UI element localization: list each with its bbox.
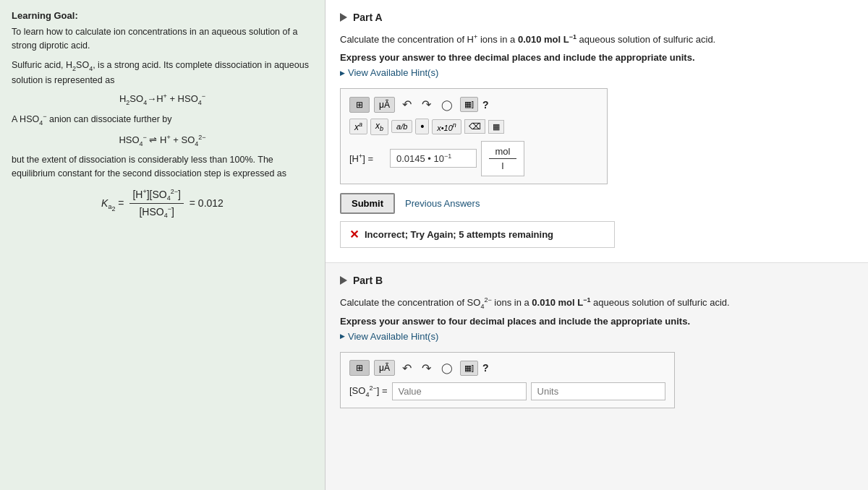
equation-1: H2SO4→H+ + HSO4− — [12, 93, 313, 106]
submit-btn-a[interactable]: Submit — [340, 193, 395, 214]
sulfuric-intro: Sulfuric acid, H2SO4, is a strong acid. … — [12, 59, 313, 87]
part-a-question: Calculate the concentration of H+ ions i… — [340, 32, 854, 48]
part-b-value-input[interactable] — [392, 382, 527, 400]
part-a-math-toolbar: xa xb a/b • x•10n ⌫ ▦ — [349, 119, 598, 134]
error-text-a: Incorrect; Try Again; 5 attempts remaini… — [365, 229, 553, 240]
units-numerator-a: mol — [489, 146, 516, 159]
part-a-hints[interactable]: View Available Hint(s) — [340, 67, 854, 78]
part-a-units-box[interactable]: mol l — [481, 141, 524, 176]
part-b-answer-area: ⊞ μÃ ↶ ↷ ◯ ▦] ? [SO42−] = — [340, 352, 675, 408]
part-b-label: Part B — [353, 275, 383, 286]
part-b-hints[interactable]: View Available Hint(s) — [340, 331, 854, 342]
mu-btn-a[interactable]: μÃ — [374, 97, 395, 113]
part-b-question: Calculate the concentration of SO42− ion… — [340, 295, 854, 311]
prev-answers-link-a[interactable]: Previous Answers — [405, 198, 480, 209]
part-b-input-row: [SO42−] = — [349, 382, 665, 400]
redo-btn-a[interactable]: ↷ — [419, 96, 434, 113]
part-a-answer-area: ⊞ μÃ ↶ ↷ ◯ ▦] ? xa xb a/b • x•10n ⌫ ▦ [H… — [340, 88, 608, 184]
kb2-btn-a[interactable]: ▦ — [488, 120, 504, 134]
part-a-toolbar: ⊞ μÃ ↶ ↷ ◯ ▦] ? — [349, 96, 598, 113]
part-a-input-label: [H+] = — [349, 152, 386, 164]
keyboard-btn-b[interactable]: ▦] — [460, 361, 478, 376]
learning-goal-title: Learning Goal: — [12, 10, 313, 21]
units-denominator-a: l — [502, 159, 504, 171]
part-b-units-input[interactable] — [531, 382, 665, 400]
part-b-section: Part B Calculate the concentration of SO… — [326, 263, 868, 423]
part-b-toolbar: ⊞ μÃ ↶ ↷ ◯ ▦] ? — [349, 360, 665, 377]
part-a-input-row: [H+] = 0.0145 • 10−1 mol l — [349, 141, 598, 176]
grid-btn-b[interactable]: ⊞ — [349, 360, 370, 376]
right-panel: Part A Calculate the concentration of H+… — [326, 0, 868, 490]
xa-btn-a[interactable]: xa — [349, 119, 367, 134]
sci-btn-a[interactable]: x•10n — [432, 119, 461, 134]
part-a-toggle[interactable] — [340, 13, 347, 22]
help-btn-a[interactable]: ? — [482, 99, 489, 111]
part-a-section: Part A Calculate the concentration of H+… — [326, 0, 868, 263]
keyboard-btn-a[interactable]: ▦] — [460, 97, 478, 112]
part-b-header: Part B — [340, 275, 854, 286]
grid-btn-a[interactable]: ⊞ — [349, 97, 370, 113]
redo-btn-b[interactable]: ↷ — [419, 360, 434, 377]
extent-text: but the extent of dissociation is consid… — [12, 153, 313, 181]
undo-btn-b[interactable]: ↶ — [399, 360, 414, 377]
hso4-text: A HSO4− anion can dissociate further by — [12, 112, 313, 128]
mu-btn-b[interactable]: μÃ — [374, 360, 395, 376]
part-a-error-box: ✕ Incorrect; Try Again; 5 attempts remai… — [340, 221, 615, 248]
refresh-btn-a[interactable]: ◯ — [438, 98, 456, 112]
part-b-instruction: Express your answer to four decimal plac… — [340, 316, 854, 327]
xb-btn-a[interactable]: xb — [370, 119, 388, 134]
part-b-toggle[interactable] — [340, 276, 347, 285]
part-a-value-field[interactable]: 0.0145 • 10−1 — [390, 149, 477, 168]
undo-btn-a[interactable]: ↶ — [399, 96, 414, 113]
frac-btn-a[interactable]: a/b — [391, 120, 412, 133]
part-a-submit-row: Submit Previous Answers — [340, 193, 854, 214]
equation-2: HSO4− ⇌ H+ + SO42− — [12, 134, 313, 147]
error-icon-a: ✕ — [349, 228, 359, 241]
goal-text: To learn how to calculate ion concentrat… — [12, 25, 313, 53]
part-a-label: Part A — [353, 12, 383, 23]
part-b-input-label: [SO42−] = — [349, 384, 388, 398]
del-btn-a[interactable]: ⌫ — [464, 119, 485, 134]
help-btn-b[interactable]: ? — [482, 362, 489, 374]
part-a-instruction: Express your answer to three decimal pla… — [340, 52, 854, 63]
left-panel: Learning Goal: To learn how to calculate… — [0, 0, 326, 490]
refresh-btn-b[interactable]: ◯ — [438, 361, 456, 375]
part-a-header: Part A — [340, 12, 854, 23]
dot-btn-a[interactable]: • — [415, 119, 429, 134]
ka-equation: Ka2 = [H+][SO42−] [HSO4−] = 0.012 — [12, 188, 313, 220]
